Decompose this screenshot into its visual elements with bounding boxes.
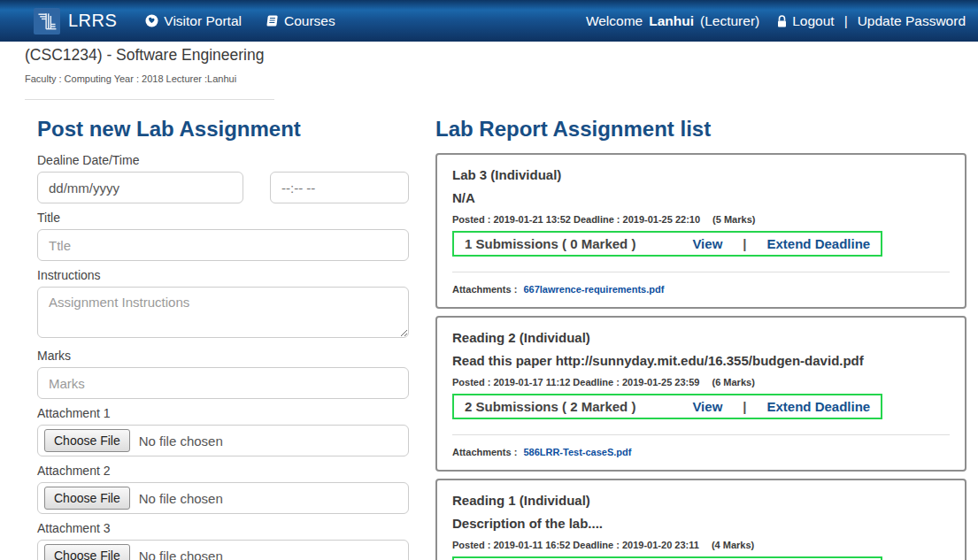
course-title: (CSC1234) - Software Engineering [25, 46, 274, 65]
file-status-text: No file chosen [139, 433, 223, 449]
attachment-2-file-input[interactable]: Choose File No file chosen [37, 482, 409, 514]
attachment-3-label: Attachment 3 [37, 521, 409, 535]
link-separator: | [743, 399, 746, 414]
course-divider [25, 99, 274, 100]
assignment-title: Reading 2 (Individual) [452, 330, 950, 345]
posted-deadline-line: Posted : 2019-01-17 11:12 Deadline : 201… [452, 377, 950, 387]
link-separator: | [743, 236, 746, 251]
posted-deadline-text: Posted : 2019-01-17 11:12 Deadline : 201… [452, 377, 699, 387]
attachment-1-file-input[interactable]: Choose File No file chosen [37, 425, 409, 456]
list-heading: Lab Report Assignment list [435, 117, 966, 142]
submissions-box: 1 Submissions ( 0 Marked ) View | Extend… [452, 231, 882, 257]
posted-deadline-line: Posted : 2019-01-21 13:52 Deadline : 201… [452, 214, 950, 225]
extend-deadline-link[interactable]: Extend Deadline [767, 236, 871, 251]
view-link[interactable]: View [692, 399, 722, 414]
title-input[interactable] [37, 229, 409, 261]
choose-file-button[interactable]: Choose File [44, 429, 130, 452]
nav-item-visitor-portal[interactable]: Visitor Portal [145, 13, 242, 29]
assignment-title: Lab 3 (Individual) [452, 167, 950, 182]
posted-deadline-text: Posted : 2019-01-21 13:52 Deadline : 201… [452, 214, 700, 225]
brand-link[interactable]: LRRS [68, 11, 117, 31]
submissions-count: 1 Submissions ( 0 Marked ) [465, 236, 635, 251]
lrrs-logo-icon[interactable] [34, 8, 60, 35]
post-assignment-form: Post new Lab Assignment Dealine Date/Tim… [37, 117, 409, 560]
marks-badge: (5 Marks) [712, 214, 755, 225]
attachments-line: Attachments : 586LRR-Test-caseS.pdf [452, 447, 950, 457]
course-header: (CSC1234) - Software Engineering Faculty… [25, 46, 274, 100]
file-status-text: No file chosen [139, 548, 223, 560]
lock-icon [776, 14, 788, 28]
form-heading: Post new Lab Assignment [37, 117, 409, 142]
file-status-text: No file chosen [139, 491, 223, 506]
nav-item-label: Courses [284, 13, 335, 29]
extend-deadline-link[interactable]: Extend Deadline [767, 399, 871, 414]
nav-separator: | [844, 13, 848, 29]
lrrs-logo-glyph [35, 10, 58, 33]
update-password-link[interactable]: Update Password [858, 13, 966, 29]
username: Lanhui [649, 13, 694, 29]
navbar-right: Welcome Lanhui (Lecturer) Logout | Updat… [586, 13, 966, 29]
attachment-1-label: Attachment 1 [37, 406, 409, 420]
navbar-left: LRRS Visitor Portal Courses [34, 8, 358, 35]
attachment-file-link[interactable]: 667lawrence-requirements.pdf [523, 284, 664, 295]
user-role: (Lecturer) [700, 13, 759, 29]
logout-link[interactable]: Logout [776, 13, 834, 29]
assignment-card: Reading 2 (Individual) Read this paper h… [435, 316, 966, 472]
view-link[interactable]: View [692, 236, 722, 251]
attachment-3-file-input[interactable]: Choose File No file chosen [37, 540, 409, 560]
attachments-label: Attachments : [452, 284, 517, 295]
deadline-row [37, 172, 409, 203]
course-meta: Faculty : Computing Year : 2018 Lecturer… [25, 73, 274, 84]
nav-item-label: Visitor Portal [164, 13, 242, 29]
navbar: LRRS Visitor Portal Courses [0, 0, 978, 42]
instructions-textarea[interactable] [37, 287, 409, 338]
submissions-box: 2 Submissions ( 2 Marked ) View | Extend… [452, 394, 882, 419]
assignment-title: Reading 1 (Individual) [452, 493, 950, 508]
marks-input[interactable] [37, 367, 409, 399]
marks-badge: (4 Marks) [712, 540, 754, 550]
choose-file-button[interactable]: Choose File [44, 487, 130, 510]
submissions-box: 1 Submissions ( 1 Marked ) View | Extend… [452, 556, 882, 560]
instructions-label: Instructions [37, 268, 409, 282]
deadline-date-input[interactable] [37, 172, 243, 203]
assignment-card: Reading 1 (Individual) Description of th… [435, 479, 966, 560]
page: LRRS Visitor Portal Courses [0, 0, 978, 560]
logout-label: Logout [792, 13, 834, 29]
globe-icon [145, 14, 158, 27]
title-label: Title [37, 211, 409, 225]
nav-item-courses[interactable]: Courses [265, 13, 335, 29]
card-divider [452, 434, 950, 435]
assignment-description: Description of the lab.... [452, 516, 950, 531]
submissions-count: 2 Submissions ( 2 Marked ) [465, 399, 635, 414]
choose-file-button[interactable]: Choose File [44, 544, 130, 560]
attachments-line: Attachments : 667lawrence-requirements.p… [452, 284, 950, 295]
posted-deadline-text: Posted : 2019-01-11 16:52 Deadline : 201… [452, 540, 699, 550]
card-divider [452, 272, 950, 272]
book-icon [265, 14, 279, 27]
welcome-text: Welcome [586, 13, 643, 29]
assignment-card: Lab 3 (Individual) N/A Posted : 2019-01-… [435, 153, 966, 309]
marks-badge: (6 Marks) [712, 377, 755, 387]
assignment-description: N/A [452, 190, 950, 205]
attachment-2-label: Attachment 2 [37, 464, 409, 478]
attachment-file-link[interactable]: 586LRR-Test-caseS.pdf [523, 447, 631, 457]
attachments-label: Attachments : [452, 447, 517, 457]
marks-label: Marks [37, 349, 409, 363]
assignment-description: Read this paper http://sunnyday.mit.edu/… [452, 353, 950, 368]
posted-deadline-line: Posted : 2019-01-11 16:52 Deadline : 201… [452, 540, 950, 550]
deadline-time-input[interactable] [270, 172, 409, 203]
assignment-list: Lab Report Assignment list Lab 3 (Indivi… [435, 117, 966, 560]
deadline-label: Dealine Date/Time [37, 153, 409, 167]
